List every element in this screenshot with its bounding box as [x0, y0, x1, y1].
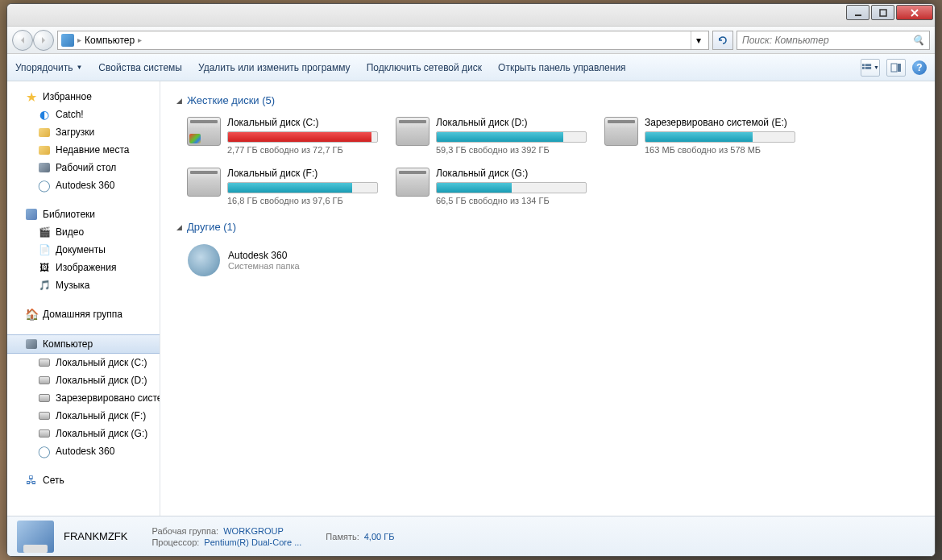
- workgroup-label: Рабочая группа:: [151, 526, 218, 536]
- drive-status: 2,77 ГБ свободно из 72,7 ГБ: [227, 145, 378, 155]
- video-icon: 🎬: [38, 226, 51, 239]
- sidebar-item-autodesk[interactable]: ◯Autodesk 360: [7, 176, 160, 194]
- drive-usage-bar: [436, 131, 587, 143]
- drive-icon: [187, 168, 221, 197]
- breadcrumb-location[interactable]: Компьютер: [85, 35, 135, 46]
- svg-rect-1: [880, 10, 886, 16]
- disk-icon: [38, 392, 51, 404]
- homegroup-icon: 🏠: [25, 308, 38, 321]
- search-box[interactable]: 🔍: [737, 31, 930, 50]
- computer-label: Компьютер: [43, 338, 93, 350]
- forward-button[interactable]: [33, 30, 54, 51]
- favorites-header[interactable]: ★ Избранное: [7, 88, 160, 106]
- drive-icon: [604, 117, 638, 146]
- homegroup-group: 🏠 Домашняя группа: [7, 305, 160, 323]
- libraries-group: Библиотеки 🎬Видео 📄Документы 🖼Изображени…: [7, 205, 160, 294]
- svg-rect-4: [862, 67, 865, 69]
- refresh-button[interactable]: [712, 31, 733, 50]
- drive-icon: [396, 168, 430, 197]
- folder-name: Autodesk 360: [228, 250, 300, 261]
- help-button[interactable]: ?: [912, 60, 927, 75]
- preview-pane-button[interactable]: [886, 59, 906, 77]
- memory-label: Память:: [326, 532, 359, 541]
- cloud-icon: ◯: [38, 445, 51, 458]
- sidebar-item-catch[interactable]: ◐Catch!: [7, 106, 160, 123]
- close-button[interactable]: [896, 5, 933, 20]
- computer-header[interactable]: Компьютер: [7, 334, 160, 354]
- drive-item[interactable]: Локальный диск (F:) 16,8 ГБ свободно из …: [185, 165, 380, 208]
- computer-name: FRANKMZFK: [64, 530, 127, 542]
- window-controls: [846, 5, 933, 20]
- organize-menu[interactable]: Упорядочить ▼: [15, 62, 82, 73]
- desktop-icon: [38, 161, 51, 174]
- minimize-button[interactable]: [846, 5, 869, 20]
- sidebar-item-documents[interactable]: 📄Документы: [7, 241, 160, 259]
- svg-rect-7: [898, 64, 901, 72]
- maximize-button[interactable]: [871, 5, 894, 20]
- sidebar-item-desktop[interactable]: Рабочий стол: [7, 159, 160, 176]
- drive-usage-bar: [645, 131, 795, 143]
- back-button[interactable]: [12, 30, 33, 51]
- explorer-window: ▸ Компьютер ▸ ▾ 🔍 Упорядочить ▼ Свойства…: [6, 3, 936, 557]
- system-properties-button[interactable]: Свойства системы: [98, 62, 182, 73]
- libraries-header[interactable]: Библиотеки: [7, 205, 160, 223]
- titlebar[interactable]: [7, 4, 935, 27]
- drive-item[interactable]: Локальный диск (C:) 2,77 ГБ свободно из …: [185, 114, 380, 157]
- cloud-icon: ◯: [38, 179, 51, 192]
- sidebar-item-recent[interactable]: Недавние места: [7, 141, 160, 159]
- address-dropdown[interactable]: ▾: [691, 31, 705, 49]
- drive-name: Зарезервировано системой (E:): [645, 117, 795, 128]
- search-input[interactable]: [742, 35, 912, 46]
- network-header[interactable]: 🖧 Сеть: [7, 471, 160, 489]
- svg-rect-2: [862, 64, 865, 66]
- map-network-drive-button[interactable]: Подключить сетевой диск: [367, 62, 482, 73]
- sidebar-item-disk-f[interactable]: Локальный диск (F:): [7, 407, 160, 425]
- address-bar[interactable]: ▸ Компьютер ▸ ▾: [57, 31, 709, 50]
- libraries-label: Библиотеки: [43, 209, 95, 220]
- sidebar-item-video[interactable]: 🎬Видео: [7, 223, 160, 241]
- recent-icon: [38, 143, 51, 156]
- navigation-pane: ★ Избранное ◐Catch! Загрузки Недавние ме…: [7, 81, 160, 516]
- collapse-icon: ◢: [176, 97, 182, 105]
- details-pane: FRANKMZFK Рабочая группа: WORKGROUP Проц…: [7, 516, 935, 556]
- downloads-icon: [38, 126, 51, 139]
- drive-usage-bar: [436, 182, 587, 193]
- content-pane: ◢ Жесткие диски (5) Локальный диск (C:) …: [160, 81, 935, 516]
- favorites-label: Избранное: [43, 91, 92, 102]
- network-group: 🖧 Сеть: [7, 471, 160, 489]
- documents-icon: 📄: [38, 243, 51, 256]
- catch-icon: ◐: [38, 108, 51, 121]
- drive-item[interactable]: Локальный диск (D:) 59,3 ГБ свободно из …: [393, 114, 589, 157]
- folder-type: Системная папка: [228, 261, 300, 271]
- svg-rect-3: [865, 64, 871, 66]
- drive-item[interactable]: Локальный диск (G:) 66,5 ГБ свободно из …: [393, 165, 589, 208]
- drive-icon: [187, 117, 221, 146]
- view-options-button[interactable]: ▼: [861, 59, 880, 77]
- breadcrumb-separator: ▸: [77, 35, 81, 44]
- workgroup-value: WORKGROUP: [223, 526, 284, 536]
- drive-name: Локальный диск (D:): [436, 117, 587, 128]
- uninstall-programs-button[interactable]: Удалить или изменить программу: [198, 62, 351, 73]
- drive-icon: [396, 117, 430, 146]
- other-section-header[interactable]: ◢ Другие (1): [176, 221, 919, 233]
- drive-name: Локальный диск (F:): [227, 168, 378, 179]
- breadcrumb-separator[interactable]: ▸: [138, 35, 142, 44]
- sidebar-item-disk-e[interactable]: Зарезервировано системой (E:): [7, 389, 160, 407]
- disk-icon: [38, 374, 51, 387]
- sidebar-item-music[interactable]: 🎵Музыка: [7, 276, 160, 294]
- drive-usage-fill: [228, 183, 352, 193]
- sidebar-item-autodesk360[interactable]: ◯Autodesk 360: [7, 442, 160, 460]
- sidebar-item-disk-d[interactable]: Локальный диск (D:): [7, 371, 160, 389]
- sidebar-item-pictures[interactable]: 🖼Изображения: [7, 259, 160, 276]
- autodesk-folder-item[interactable]: Autodesk 360 Системная папка: [185, 241, 919, 280]
- navigation-bar: ▸ Компьютер ▸ ▾ 🔍: [7, 27, 935, 54]
- homegroup-header[interactable]: 🏠 Домашняя группа: [7, 305, 160, 323]
- drive-item[interactable]: Зарезервировано системой (E:) 163 МБ сво…: [602, 114, 798, 157]
- open-control-panel-button[interactable]: Открыть панель управления: [498, 62, 626, 73]
- libraries-icon: [25, 208, 38, 221]
- sidebar-item-downloads[interactable]: Загрузки: [7, 123, 160, 141]
- drives-section-header[interactable]: ◢ Жесткие диски (5): [176, 94, 919, 106]
- disk-icon: [38, 356, 51, 369]
- sidebar-item-disk-g[interactable]: Локальный диск (G:): [7, 425, 160, 442]
- sidebar-item-disk-c[interactable]: Локальный диск (C:): [7, 354, 160, 371]
